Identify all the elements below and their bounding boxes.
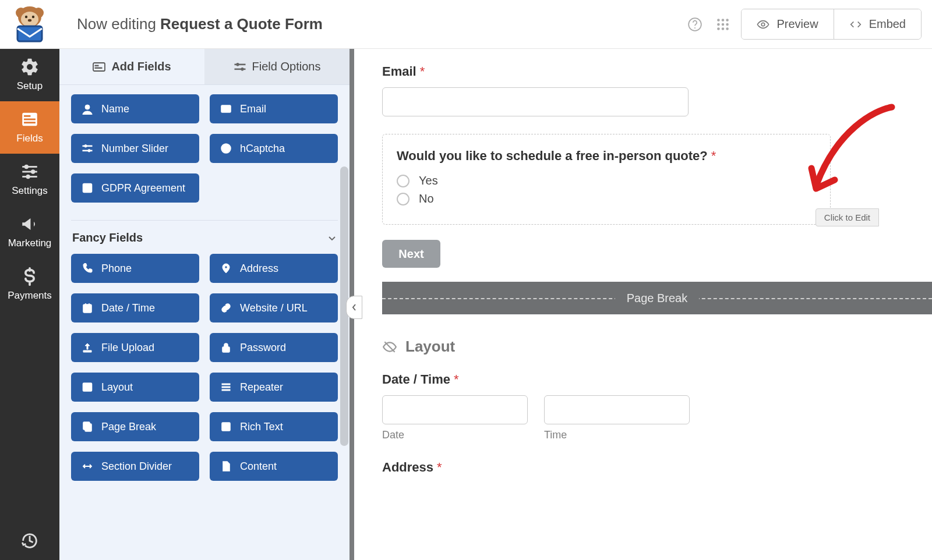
svg-rect-30: [93, 63, 105, 71]
svg-point-17: [722, 27, 725, 30]
click-to-edit-hint[interactable]: Click to Edit: [816, 208, 879, 226]
tab-add-fields[interactable]: Add Fields: [59, 49, 204, 84]
svg-point-16: [718, 27, 721, 30]
field-content[interactable]: Content: [210, 452, 338, 481]
sliders-mini-icon: [234, 62, 246, 72]
main: Setup Fields Settings Marketing Payments…: [0, 49, 932, 560]
field-hcaptcha-label: hCaptcha: [240, 143, 285, 155]
eye-icon: [757, 18, 769, 31]
datetime-row: Date Time: [382, 395, 932, 441]
fancy-fields-title: Fancy Fields: [72, 231, 143, 244]
date-input[interactable]: [382, 395, 528, 424]
check-square-icon: [82, 182, 93, 194]
field-richtext[interactable]: Rich Text: [210, 412, 338, 441]
field-number-slider-label: Number Slider: [101, 143, 168, 155]
field-password[interactable]: Password: [210, 333, 338, 362]
wpforms-logo-icon: [9, 6, 50, 42]
nav-revisions[interactable]: [0, 523, 59, 560]
page-title: Now editing Request a Quote Form: [77, 15, 323, 33]
radio-yes[interactable]: Yes: [397, 174, 816, 187]
help-icon[interactable]: [685, 15, 705, 34]
svg-rect-21: [24, 115, 30, 117]
preview-question-block[interactable]: Would you like to schedule a free in-per…: [382, 134, 831, 225]
bullhorn-icon: [20, 214, 40, 234]
embed-button[interactable]: Embed: [834, 9, 921, 39]
field-number-slider[interactable]: Number Slider: [71, 134, 199, 163]
fields-panel: Add Fields Field Options Name Email Numb…: [59, 49, 350, 560]
fields-scroll[interactable]: Name Email Number Slider hCaptcha GDPR A…: [59, 85, 350, 560]
columns-icon: [82, 381, 93, 393]
nav-marketing-label: Marketing: [2, 238, 57, 249]
arrows-h-icon: [82, 460, 93, 472]
preview-button[interactable]: Preview: [742, 9, 833, 39]
svg-rect-23: [24, 122, 36, 123]
svg-rect-51: [222, 389, 230, 391]
field-sectiondivider-label: Section Divider: [101, 460, 172, 473]
field-hcaptcha[interactable]: hCaptcha: [210, 134, 338, 163]
svg-point-5: [32, 15, 34, 17]
nav-fields-label: Fields: [2, 133, 57, 144]
field-grid-group1: Name Email Number Slider hCaptcha GDPR A…: [59, 85, 350, 205]
next-button[interactable]: Next: [382, 240, 440, 268]
field-phone[interactable]: Phone: [71, 254, 199, 283]
radio-no[interactable]: No: [397, 192, 816, 205]
brand-logo: [0, 6, 59, 42]
form-preview: Email* Would you like to schedule a free…: [354, 49, 932, 560]
svg-rect-31: [95, 65, 98, 66]
person-icon: [82, 103, 93, 115]
sliders-icon: [20, 162, 40, 182]
field-gdpr-label: GDPR Agreement: [101, 182, 185, 194]
field-pagebreak-label: Page Break: [101, 421, 156, 433]
apps-grid-icon[interactable]: [713, 15, 733, 34]
pin-icon: [220, 263, 232, 274]
dollar-icon: [20, 267, 40, 286]
svg-rect-53: [85, 424, 91, 431]
fancy-fields-header[interactable]: Fancy Fields: [59, 231, 350, 244]
field-layout-label: Layout: [101, 381, 133, 394]
field-datetime[interactable]: Date / Time: [71, 293, 199, 322]
svg-point-10: [718, 19, 721, 22]
edit-icon: [220, 421, 232, 433]
panel-divider[interactable]: [350, 49, 354, 560]
field-fileupload[interactable]: File Upload: [71, 333, 199, 362]
svg-point-35: [236, 63, 239, 66]
nav-setup[interactable]: Setup: [0, 49, 59, 101]
field-layout[interactable]: Layout: [71, 373, 199, 402]
page-break-bar[interactable]: Page Break: [382, 282, 932, 314]
field-pagebreak[interactable]: Page Break: [71, 412, 199, 441]
svg-point-28: [31, 169, 35, 173]
eye-slash-icon: [382, 339, 397, 355]
preview-email-input[interactable]: [382, 87, 689, 116]
time-input[interactable]: [544, 395, 690, 424]
time-sublabel: Time: [544, 429, 690, 441]
radio-icon: [397, 175, 409, 187]
field-url[interactable]: Website / URL: [210, 293, 338, 322]
nav-setup-label: Setup: [2, 80, 57, 92]
field-datetime-label: Date / Time: [101, 302, 155, 314]
field-sectiondivider[interactable]: Section Divider: [71, 452, 199, 481]
form-name: Request a Quote Form: [160, 15, 323, 33]
svg-point-18: [726, 27, 729, 30]
nav-payments[interactable]: Payments: [0, 258, 59, 311]
calendar-icon: [82, 302, 93, 314]
svg-point-44: [225, 151, 227, 152]
svg-point-41: [84, 145, 87, 147]
tab-field-options[interactable]: Field Options: [204, 49, 350, 84]
field-address[interactable]: Address: [210, 254, 338, 283]
nav-fields[interactable]: Fields: [0, 101, 59, 154]
nav-settings[interactable]: Settings: [0, 154, 59, 206]
fields-icon: [20, 109, 40, 129]
page-break-label: Page Break: [615, 292, 700, 305]
field-fileupload-label: File Upload: [101, 342, 154, 354]
link-icon: [220, 302, 232, 314]
field-gdpr[interactable]: GDPR Agreement: [71, 173, 199, 203]
field-repeater[interactable]: Repeater: [210, 373, 338, 402]
gear-icon: [20, 57, 40, 77]
svg-point-37: [85, 105, 90, 109]
tab-field-options-label: Field Options: [252, 60, 321, 73]
nav-marketing[interactable]: Marketing: [0, 206, 59, 258]
field-name[interactable]: Name: [71, 94, 199, 123]
top-bar: Now editing Request a Quote Form Preview…: [0, 0, 932, 49]
preview-datetime-label: Date / Time*: [382, 372, 932, 387]
field-email[interactable]: Email: [210, 94, 338, 123]
